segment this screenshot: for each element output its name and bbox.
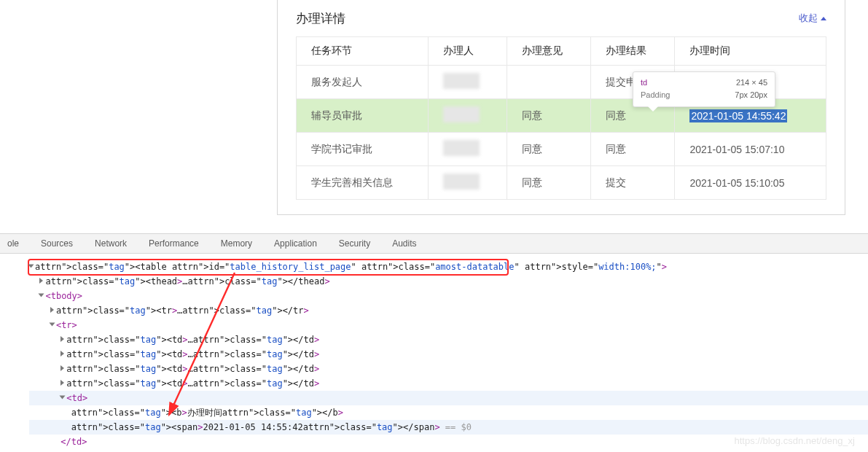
devtools-tab[interactable]: Performance: [149, 238, 199, 249]
inspect-tooltip: td 214 × 45 Padding 7px 20px: [633, 71, 775, 107]
table-cell: 学院书记审批: [297, 133, 429, 166]
table-row: 学院书记审批同意同意2021-01-05 15:07:10: [297, 133, 826, 166]
dom-tr-open[interactable]: <tr>: [29, 318, 868, 332]
dom-b[interactable]: attrn">class="tag"><b>办理时间attrn">class="…: [29, 405, 868, 420]
devtools-tabs: oleSourcesNetworkPerformanceMemoryApplic…: [0, 234, 868, 254]
dom-span-selected[interactable]: attrn">class="tag"><span>2021-01-05 14:5…: [29, 420, 868, 435]
table-cell: [507, 66, 591, 99]
table-cell: 提交: [591, 166, 675, 200]
devtools-tab[interactable]: Memory: [221, 238, 252, 249]
dom-tr-collapsed[interactable]: attrn">class="tag"><tr>…attrn">class="ta…: [29, 303, 868, 318]
dom-tr-close[interactable]: </tr>: [29, 449, 868, 452]
devtools-panel: oleSourcesNetworkPerformanceMemoryApplic…: [0, 233, 868, 452]
col-header: 办理时间: [675, 37, 826, 66]
devtools-tab[interactable]: Sources: [41, 238, 73, 249]
table-cell: 服务发起人: [297, 66, 429, 99]
table-cell: 同意: [507, 166, 591, 200]
devtools-tab[interactable]: Network: [95, 238, 127, 249]
dom-td-2[interactable]: attrn">class="tag"><td>…attrn">class="ta…: [29, 347, 868, 362]
table-cell: 学生完善相关信息: [297, 166, 429, 200]
table-cell: [429, 133, 507, 166]
table-cell: [429, 99, 507, 133]
dom-td-open[interactable]: <td>: [29, 391, 868, 405]
dom-thead[interactable]: attrn">class="tag"><thead>…attrn">class=…: [29, 274, 868, 289]
table-cell: [429, 66, 507, 99]
dom-table-open[interactable]: attrn">class="tag"><table attrn">id="tab…: [29, 260, 868, 274]
col-header: 任务环节: [297, 37, 429, 66]
dom-td-4[interactable]: attrn">class="tag"><td>…attrn">class="ta…: [29, 376, 868, 391]
table-cell: 2021-01-05 15:10:05: [675, 166, 826, 200]
table-cell: [429, 166, 507, 200]
table-row: 学生完善相关信息同意提交2021-01-05 15:10:05: [297, 166, 826, 200]
col-header: 办理意见: [507, 37, 591, 66]
tooltip-pad-label: Padding: [641, 89, 670, 101]
table-cell: 辅导员审批: [297, 99, 429, 133]
tooltip-pad-val: 7px 20px: [735, 89, 767, 101]
devtools-tab[interactable]: ole: [7, 238, 19, 249]
handling-detail-panel: 办理详情 收起 任务环节办理人办理意见办理结果办理时间 服务发起人提交申请09:…: [277, 0, 845, 215]
table-cell: 同意: [507, 99, 591, 133]
collapse-link[interactable]: 收起: [799, 12, 826, 25]
detail-table: 任务环节办理人办理意见办理结果办理时间 服务发起人提交申请09:39辅导员审批同…: [296, 36, 826, 200]
devtools-tab[interactable]: Application: [274, 238, 317, 249]
panel-title: 办理详情: [296, 10, 345, 27]
devtools-tab[interactable]: Audits: [392, 238, 416, 249]
tooltip-tag: td: [641, 77, 647, 89]
tooltip-dims: 214 × 45: [736, 77, 767, 89]
dom-tbody[interactable]: <tbody>: [29, 289, 868, 303]
dom-td-1[interactable]: attrn">class="tag"><td>…attrn">class="ta…: [29, 332, 868, 347]
dom-tree[interactable]: attrn">class="tag"><table attrn">id="tab…: [0, 254, 868, 452]
dom-td-3[interactable]: attrn">class="tag"><td>…attrn">class="ta…: [29, 362, 868, 376]
devtools-tab[interactable]: Security: [339, 238, 370, 249]
col-header: 办理人: [429, 37, 507, 66]
table-cell: 2021-01-05 15:07:10: [675, 133, 826, 166]
col-header: 办理结果: [591, 37, 675, 66]
table-cell: 同意: [591, 133, 675, 166]
table-cell: 同意: [507, 133, 591, 166]
watermark: https://blog.csdn.net/deng_xj: [734, 435, 855, 446]
